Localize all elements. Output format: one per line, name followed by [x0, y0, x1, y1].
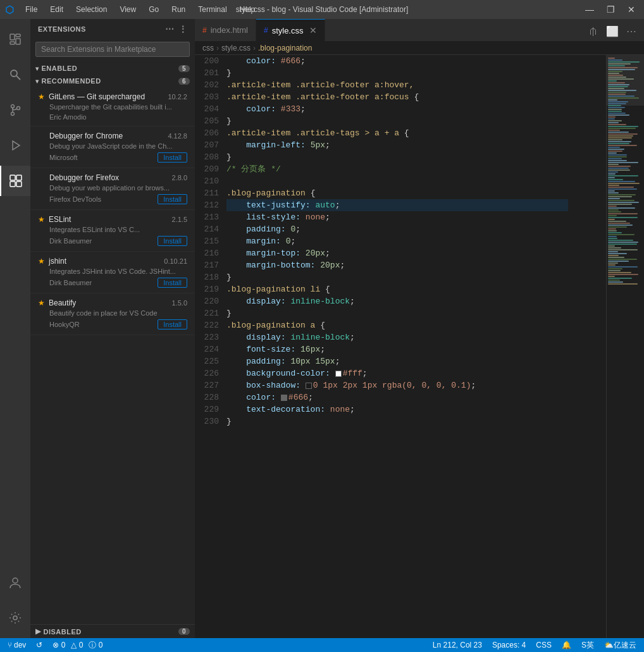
- code-line-213[interactable]: list-style: none;: [226, 211, 568, 223]
- errors-count: ⊗ 0: [53, 641, 65, 649]
- more-tab-actions-icon[interactable]: ⋯: [624, 24, 639, 39]
- breadcrumb-sep1: ›: [216, 44, 219, 52]
- close-button[interactable]: ✕: [624, 3, 639, 16]
- menu-run[interactable]: Run: [166, 4, 190, 15]
- extensions-list: ★ GitLens — Git supercharged 10.2.2 Supe…: [30, 87, 195, 624]
- sync-status[interactable]: ↺: [34, 641, 45, 649]
- code-line-227[interactable]: box-shadow: 0 1px 2px 1px rgba(0, 0, 0, …: [226, 379, 568, 391]
- debugger-chrome-header: Debugger for Chrome 4.12.8: [38, 132, 187, 140]
- more-actions-icon[interactable]: ⋮: [178, 24, 188, 34]
- code-line-208[interactable]: }: [226, 151, 568, 163]
- code-line-229[interactable]: text-decoration: none;: [226, 403, 568, 415]
- code-line-219[interactable]: .blog-pagination li {: [226, 283, 568, 295]
- tab-index-html[interactable]: # index.html: [195, 19, 256, 41]
- account-activity-icon[interactable]: [0, 567, 30, 598]
- extension-gitlens[interactable]: ★ GitLens — Git supercharged 10.2.2 Supe…: [30, 87, 195, 126]
- disabled-section-header[interactable]: ▶ DISABLED 0: [30, 624, 195, 638]
- code-line-201[interactable]: }: [226, 67, 568, 79]
- extension-eslint[interactable]: ★ ESLint 2.1.5 Integrates ESLint into VS…: [30, 210, 195, 252]
- settings-activity-icon[interactable]: [0, 603, 30, 633]
- svg-rect-2: [16, 39, 20, 44]
- code-line-202[interactable]: .article-item .article-footer a:hover,: [226, 79, 568, 91]
- menu-terminal[interactable]: Terminal: [193, 4, 232, 15]
- cloud-status[interactable]: ⛅亿速云: [602, 640, 639, 651]
- extension-debugger-chrome[interactable]: Debugger for Chrome 4.12.8 Debug your Ja…: [30, 126, 195, 168]
- breadcrumb-css[interactable]: css: [202, 44, 214, 52]
- notification-status[interactable]: 🔔: [559, 641, 574, 649]
- breadcrumb-selector[interactable]: .blog-pagination: [258, 44, 312, 52]
- git-branch-status[interactable]: ⑂ dev: [5, 641, 28, 649]
- code-line-216[interactable]: margin-top: 20px;: [226, 247, 568, 259]
- code-line-205[interactable]: }: [226, 115, 568, 127]
- extensions-activity-icon[interactable]: [0, 166, 30, 196]
- code-line-225[interactable]: padding: 10px 15px;: [226, 355, 568, 367]
- recommended-section-header[interactable]: ▾ RECOMMENDED 6: [30, 75, 195, 87]
- extension-debugger-firefox[interactable]: Debugger for Firefox 2.8.0 Debug your we…: [30, 168, 195, 210]
- indentation-status[interactable]: Spaces: 4: [490, 641, 528, 649]
- code-line-210[interactable]: [226, 175, 568, 187]
- enabled-section-header[interactable]: ▾ ENABLED 5: [30, 62, 195, 75]
- breadcrumb-file[interactable]: style.css: [221, 44, 251, 52]
- search-activity-icon[interactable]: [0, 59, 30, 90]
- gitlens-footer: Eric Amodio: [49, 113, 187, 121]
- menu-go[interactable]: Go: [144, 4, 164, 15]
- code-line-207[interactable]: margin-left: 5px;: [226, 139, 568, 151]
- code-line-224[interactable]: font-size: 16px;: [226, 343, 568, 355]
- gitlens-publisher: Eric Amodio: [49, 113, 87, 121]
- eslint-star-icon: ★: [38, 215, 45, 224]
- code-line-223[interactable]: display: inline-block;: [226, 331, 568, 343]
- code-line-214[interactable]: padding: 0;: [226, 223, 568, 235]
- code-editor[interactable]: color: #666;}.article-item .article-foot…: [226, 55, 606, 638]
- eslint-install-button[interactable]: Install: [158, 236, 187, 246]
- code-line-209[interactable]: /* 分页条 */: [226, 163, 568, 175]
- debugger-firefox-name: Debugger for Firefox: [49, 173, 168, 182]
- extension-beautify[interactable]: ★ Beautify 1.5.0 Beautify code in place …: [30, 293, 195, 335]
- code-line-212[interactable]: text-justify: auto;: [226, 199, 568, 211]
- code-line-218[interactable]: }: [226, 271, 568, 283]
- explorer-activity-icon[interactable]: [0, 24, 30, 54]
- tab-close-icon[interactable]: ✕: [309, 25, 317, 35]
- split-editor-icon[interactable]: ⫛: [586, 25, 601, 39]
- code-line-215[interactable]: margin: 0;: [226, 235, 568, 247]
- css-file-icon: #: [264, 26, 268, 35]
- ime-status[interactable]: S英: [579, 640, 597, 651]
- editor-layout-icon[interactable]: ⬜: [604, 24, 621, 39]
- tab-bar: # index.html # style.css ✕ ⫛ ⬜ ⋯: [195, 19, 644, 41]
- code-line-203[interactable]: .article-item .article-footer a:focus {: [226, 91, 568, 103]
- code-line-226[interactable]: background-color: #fff;: [226, 367, 568, 379]
- debug-activity-icon[interactable]: [0, 130, 30, 161]
- beautify-install-button[interactable]: Install: [158, 319, 187, 329]
- code-line-211[interactable]: .blog-pagination {: [226, 187, 568, 199]
- tab-style-css[interactable]: # style.css ✕: [256, 19, 326, 41]
- debugger-firefox-install-button[interactable]: Install: [158, 194, 187, 204]
- eslint-name: ESLint: [49, 215, 168, 224]
- language-status[interactable]: CSS: [533, 641, 554, 649]
- code-line-217[interactable]: margin-bottom: 20px;: [226, 259, 568, 271]
- errors-status[interactable]: ⊗ 0 △ 0 ⓘ 0: [50, 640, 105, 651]
- menu-view[interactable]: View: [115, 4, 141, 15]
- maximize-button[interactable]: ❐: [603, 3, 619, 16]
- code-line-230[interactable]: }: [226, 415, 568, 427]
- code-line-200[interactable]: color: #666;: [226, 55, 568, 67]
- menu-edit[interactable]: Edit: [45, 4, 68, 15]
- source-control-activity-icon[interactable]: [0, 95, 30, 125]
- code-line-220[interactable]: display: inline-block;: [226, 295, 568, 307]
- extensions-search-input[interactable]: [35, 42, 190, 57]
- menu-selection[interactable]: Selection: [71, 4, 112, 15]
- jshint-install-button[interactable]: Install: [158, 278, 187, 288]
- code-line-206[interactable]: .article-item .article-tags > a + a {: [226, 127, 568, 139]
- minimize-button[interactable]: —: [581, 3, 598, 16]
- jshint-name: jshint: [49, 257, 160, 266]
- debugger-chrome-install-button[interactable]: Install: [158, 152, 187, 163]
- cursor-position-status[interactable]: Ln 212, Col 23: [430, 641, 485, 649]
- gitlens-name: GitLens — Git supercharged: [49, 92, 164, 101]
- titlebar: ⬡ File Edit Selection View Go Run Termin…: [0, 0, 644, 19]
- filter-extensions-icon[interactable]: ⋯: [165, 24, 175, 34]
- code-line-228[interactable]: color: #666;: [226, 391, 568, 403]
- code-line-222[interactable]: .blog-pagination a {: [226, 319, 568, 331]
- menu-file[interactable]: File: [20, 4, 42, 15]
- code-line-204[interactable]: color: #333;: [226, 103, 568, 115]
- extension-jshint[interactable]: ★ jshint 0.10.21 Integrates JSHint into …: [30, 252, 195, 293]
- code-line-221[interactable]: }: [226, 307, 568, 319]
- svg-line-5: [16, 76, 20, 80]
